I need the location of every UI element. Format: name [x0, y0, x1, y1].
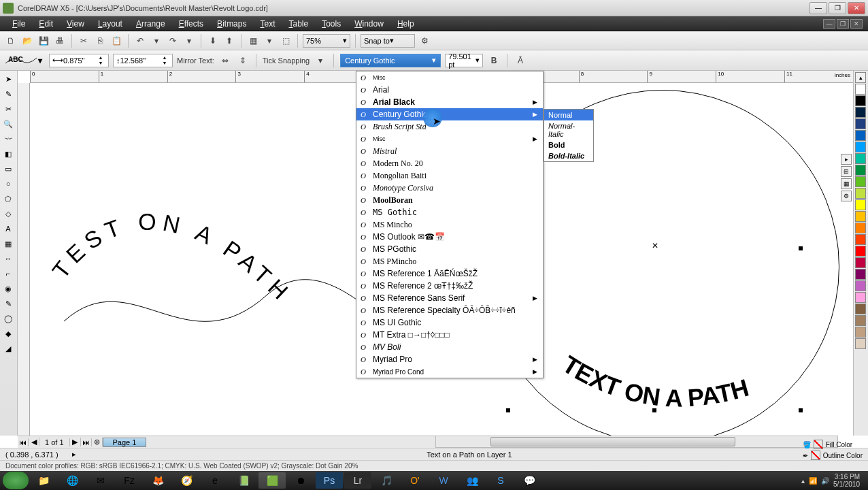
color-swatch[interactable]	[855, 246, 866, 257]
font-item[interactable]: OMongolian Baiti	[356, 169, 543, 182]
page-next-icon[interactable]: ▶	[70, 438, 81, 446]
color-swatch[interactable]	[855, 199, 866, 210]
bold-icon[interactable]: B	[487, 54, 501, 67]
options-icon[interactable]: ⚙	[418, 34, 431, 48]
properties-docker-icon[interactable]: ⚙	[841, 191, 852, 201]
minimize-button[interactable]: —	[809, 2, 827, 14]
offset-y-field[interactable]: ↕ 12.568"▲▼	[113, 54, 173, 67]
hints-docker-icon[interactable]: ⊞	[841, 166, 852, 177]
dimension-tool-icon[interactable]: ↔	[1, 252, 15, 265]
page-first-icon[interactable]: ⏮	[18, 438, 29, 446]
text-on-path-1[interactable]: TEST ON A PATH	[50, 178, 390, 369]
color-swatch[interactable]	[855, 188, 866, 199]
dropdown-icon[interactable]: ▾	[314, 54, 327, 67]
shape-tool-icon[interactable]: ✎	[1, 87, 15, 101]
print-icon[interactable]: 🖶	[53, 34, 67, 48]
word-icon[interactable]: W	[430, 472, 457, 489]
menu-edit[interactable]: Edit	[32, 18, 60, 30]
style-item[interactable]: Bold	[544, 140, 593, 150]
save-icon[interactable]: 💾	[37, 34, 50, 48]
copy-icon[interactable]: ⎘	[93, 34, 107, 48]
font-item[interactable]: OMisc	[356, 71, 543, 84]
app-icon[interactable]: 📗	[230, 472, 257, 489]
gtalk-icon[interactable]: 💬	[516, 472, 543, 489]
font-item[interactable]: OMV Boli	[356, 341, 543, 353]
fill-bucket-icon[interactable]: 🪣	[803, 441, 811, 448]
doc-restore[interactable]: ❐	[837, 19, 849, 29]
basic-shapes-icon[interactable]: ◇	[1, 207, 15, 220]
font-item[interactable]: OCentury Gothic▶	[356, 108, 543, 120]
export-icon[interactable]: ⬆	[222, 34, 236, 48]
maximize-button[interactable]: ❐	[829, 2, 846, 14]
eyedropper-tool-icon[interactable]: ✎	[1, 297, 15, 310]
font-family-select[interactable]: Century Gothic▾	[340, 54, 441, 67]
skype-icon[interactable]: S	[487, 472, 514, 489]
outline-swatch[interactable]	[811, 451, 820, 460]
color-swatch[interactable]	[855, 327, 866, 338]
color-swatch[interactable]	[855, 118, 866, 129]
dropdown-icon[interactable]: ▾	[150, 34, 163, 48]
color-swatch[interactable]	[855, 107, 866, 118]
color-swatch[interactable]	[855, 95, 866, 106]
font-item[interactable]: OBrush Script Std	[356, 120, 543, 133]
snap-select[interactable]: Snap to ▾	[361, 34, 415, 48]
selection-handle[interactable]	[799, 408, 803, 412]
office-icon[interactable]: O'	[401, 472, 429, 489]
cut-icon[interactable]: ✂	[77, 34, 90, 48]
zoom-select[interactable]: 75%▾	[303, 34, 350, 48]
selection-handle[interactable]	[506, 408, 510, 412]
dropdown-icon[interactable]: ▾	[263, 34, 276, 48]
color-swatch[interactable]	[855, 130, 866, 141]
color-swatch[interactable]	[855, 315, 866, 326]
menu-bitmaps[interactable]: Bitmaps	[210, 18, 253, 30]
outline-tool-icon[interactable]: ◯	[1, 312, 15, 325]
page-tab[interactable]: Page 1	[103, 438, 147, 447]
docker-toggle-icon[interactable]: ▸	[841, 154, 852, 165]
color-swatch[interactable]	[855, 280, 866, 291]
font-item[interactable]: OMyriad Pro▶	[356, 353, 543, 365]
font-item[interactable]: OMonotype Corsiva	[356, 182, 543, 194]
system-tray[interactable]: ▴ 📶 🔊 3:16 PM 5/1/2010	[801, 473, 865, 488]
color-swatch[interactable]	[855, 176, 866, 187]
start-button[interactable]	[3, 472, 29, 489]
explorer-icon[interactable]: 📁	[30, 472, 57, 489]
color-swatch[interactable]	[855, 292, 866, 303]
style-item[interactable]: Normal-Italic	[544, 120, 593, 140]
selection-center[interactable]: ✕	[652, 241, 658, 250]
recorder-icon[interactable]: ⏺	[287, 472, 314, 489]
text-path-icon[interactable]: ABC ▾	[4, 53, 45, 68]
pick-tool-icon[interactable]: ➤	[1, 72, 15, 86]
rectangle-tool-icon[interactable]: ▭	[1, 162, 15, 176]
doc-close[interactable]: ✕	[850, 19, 863, 29]
color-swatch[interactable]	[855, 223, 866, 233]
open-icon[interactable]: 📂	[20, 34, 34, 48]
font-item[interactable]: OMisc▶	[356, 133, 543, 145]
selection-handle[interactable]	[799, 246, 803, 250]
color-swatch[interactable]	[855, 165, 866, 176]
close-button[interactable]: ✕	[848, 2, 865, 14]
photoshop-icon[interactable]: Ps	[316, 472, 343, 489]
fill-swatch[interactable]	[814, 440, 823, 449]
safari-icon[interactable]: 🧭	[173, 472, 200, 489]
color-swatch[interactable]	[855, 142, 866, 152]
color-swatch[interactable]	[855, 304, 866, 314]
firefox-icon[interactable]: 🦊	[144, 472, 171, 489]
offset-x-field[interactable]: ⟷ 0.875"▲▼	[49, 54, 109, 67]
zoom-tool-icon[interactable]: 🔍	[1, 117, 15, 131]
color-swatch[interactable]	[855, 84, 866, 95]
font-item[interactable]: OMS Outlook ✉☎📅	[356, 231, 543, 243]
font-item[interactable]: OArial Black▶	[356, 96, 543, 108]
menu-effects[interactable]: Effects	[172, 18, 210, 30]
font-item[interactable]: OMS UI Gothic	[356, 316, 543, 329]
color-swatch[interactable]	[855, 338, 866, 349]
font-dropdown[interactable]: OMiscOArialOArial Black▶OCentury Gothic▶…	[356, 71, 544, 378]
fill-tool-icon[interactable]: ◆	[1, 327, 15, 340]
mirror-h-icon[interactable]: ⇔	[218, 54, 232, 67]
color-swatch[interactable]	[855, 234, 866, 245]
itunes-icon[interactable]: 🎵	[373, 472, 400, 489]
lightroom-icon[interactable]: Lr	[344, 472, 371, 489]
welcome-icon[interactable]: ⬚	[279, 34, 293, 48]
redo-icon[interactable]: ↷	[166, 34, 180, 48]
font-item[interactable]: OMT Extra □→□†◊□□□	[356, 329, 543, 341]
dropdown-icon[interactable]: ▾	[182, 34, 196, 48]
